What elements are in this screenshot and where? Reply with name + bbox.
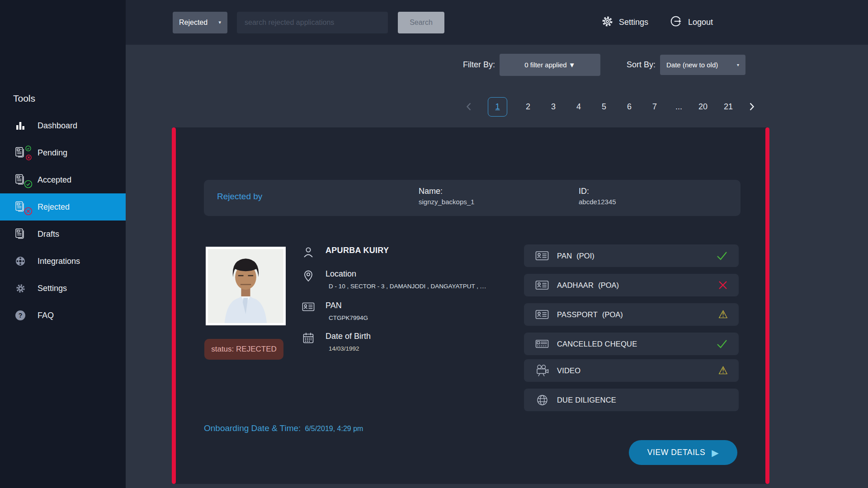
main-content: Filter By: 0 filter applied ▼ Sort By: D… xyxy=(126,45,868,488)
sort-select[interactable]: Date (new to old) ▾ xyxy=(660,55,745,75)
sidebar-item-label: FAQ xyxy=(38,311,54,320)
settings-label: Settings xyxy=(619,18,648,27)
category-select[interactable]: Rejected ▾ xyxy=(173,12,227,33)
next-page-icon[interactable] xyxy=(749,102,755,111)
page-button-5[interactable]: 5 xyxy=(599,102,609,112)
sort-by-label: Sort By: xyxy=(627,60,656,70)
applicant-name-row: APURBA KUIRY xyxy=(302,246,389,258)
location-value: D - 10 , SECTOR - 3 , DAMANJODI , DANGAY… xyxy=(326,283,486,290)
page-button-3[interactable]: 3 xyxy=(549,102,558,112)
id-label: ID: xyxy=(579,187,616,196)
sidebar-item-settings[interactable]: Settings xyxy=(0,275,126,302)
onboarding-datetime: Onboarding Date & Time: 6/5/2019, 4:29 p… xyxy=(204,423,363,433)
dashboard-icon xyxy=(13,120,28,131)
pagination: 1 2 3 4 5 6 7 ... 20 21 xyxy=(466,95,755,118)
sidebar-item-label: Drafts xyxy=(38,230,59,239)
document-tag: (POA) xyxy=(598,281,619,290)
sidebar-item-accepted[interactable]: Accepted xyxy=(0,166,126,193)
document-tag: (POI) xyxy=(576,252,594,260)
dob-label: Date of Birth xyxy=(326,332,371,341)
document-name: VIDEO xyxy=(557,366,580,375)
status-rejected-icon xyxy=(718,280,728,290)
sidebar-item-label: Integrations xyxy=(38,257,80,266)
dob-row: Date of Birth 14/03/1992 xyxy=(302,332,371,352)
logout-icon xyxy=(670,15,683,30)
sidebar: Tools Dashboard Pending xyxy=(0,0,126,488)
pan-label: PAN xyxy=(326,301,368,310)
cheque-icon xyxy=(535,339,549,349)
applicant-photo xyxy=(206,247,286,325)
topbar: Rejected ▾ Search Settings Logout xyxy=(126,0,868,45)
name-value: signzy_backops_1 xyxy=(419,198,474,206)
page-button-7[interactable]: 7 xyxy=(650,102,659,112)
id-card-icon xyxy=(535,280,549,291)
sidebar-item-label: Dashboard xyxy=(38,121,77,131)
page-button-4[interactable]: 4 xyxy=(574,102,583,112)
page-button-2[interactable]: 2 xyxy=(524,102,533,112)
filter-applied-button[interactable]: 0 filter applied ▼ xyxy=(500,54,600,76)
sort-by-group: Sort By: Date (new to old) ▾ xyxy=(627,55,745,75)
search-button[interactable]: Search xyxy=(398,12,444,33)
view-details-button[interactable]: VIEW DETAILS ▶ xyxy=(629,440,737,465)
pan-value: CTGPK7994G xyxy=(326,314,368,321)
globe-icon xyxy=(535,394,549,406)
app-root: Tools Dashboard Pending xyxy=(0,0,868,488)
drafts-icon xyxy=(13,228,28,240)
question-icon: ? xyxy=(13,310,28,320)
video-camera-icon xyxy=(535,364,549,377)
document-row-passport[interactable]: PASSPORT (POA) ⚠ xyxy=(524,303,739,326)
sidebar-item-drafts[interactable]: Drafts xyxy=(0,221,126,248)
pan-row: PAN CTGPK7994G xyxy=(302,301,368,321)
document-row-pan[interactable]: PAN (POI) xyxy=(524,244,739,267)
rejected-by-name-field: Name: signzy_backops_1 xyxy=(419,187,474,206)
rejected-docs-icon xyxy=(13,201,28,213)
sidebar-nav: Dashboard Pending xyxy=(0,112,126,329)
application-card: Rejected by Name: signzy_backops_1 ID: a… xyxy=(172,127,769,484)
integrations-icon xyxy=(13,256,28,267)
accepted-docs-icon xyxy=(13,174,28,186)
document-row-due-diligence[interactable]: DUE DILIGENCE xyxy=(524,389,739,411)
status-warning-icon: ⚠ xyxy=(718,365,728,376)
sidebar-item-integrations[interactable]: Integrations xyxy=(0,248,126,275)
rejected-by-label: Rejected by xyxy=(217,192,262,202)
sidebar-item-faq[interactable]: ? FAQ xyxy=(0,302,126,329)
dob-value: 14/03/1992 xyxy=(326,345,371,352)
sidebar-item-dashboard[interactable]: Dashboard xyxy=(0,112,126,139)
page-button-1[interactable]: 1 xyxy=(488,97,507,117)
applicant-name: APURBA KUIRY xyxy=(326,246,389,255)
person-icon xyxy=(302,246,315,258)
location-pin-icon xyxy=(302,269,315,290)
sidebar-item-pending[interactable]: Pending xyxy=(0,139,126,166)
document-name: PAN xyxy=(557,252,572,260)
document-row-cancelled-cheque[interactable]: CANCELLED CHEQUE xyxy=(524,333,739,355)
page-ellipsis: ... xyxy=(675,102,682,112)
document-row-aadhaar[interactable]: AADHAAR (POA) xyxy=(524,274,739,296)
status-badge: status: REJECTED xyxy=(204,339,283,360)
document-tag: (POA) xyxy=(602,310,623,319)
sidebar-item-label: Pending xyxy=(38,148,67,158)
gear-icon xyxy=(601,15,613,30)
page-button-21[interactable]: 21 xyxy=(724,102,733,112)
sidebar-section-title: Tools xyxy=(13,93,35,104)
location-row: Location D - 10 , SECTOR - 3 , DAMANJODI… xyxy=(302,269,486,290)
document-name: PASSPORT xyxy=(557,310,598,319)
name-label: Name: xyxy=(419,187,474,196)
logout-action[interactable]: Logout xyxy=(670,15,713,30)
sort-select-value: Date (new to old) xyxy=(666,61,718,69)
filter-by-group: Filter By: 0 filter applied ▼ xyxy=(463,54,600,76)
status-warning-icon: ⚠ xyxy=(718,309,728,320)
location-expand[interactable]: ... xyxy=(480,283,486,290)
page-button-6[interactable]: 6 xyxy=(625,102,634,112)
onboarding-value: 6/5/2019, 4:29 pm xyxy=(305,425,363,433)
location-label: Location xyxy=(326,269,486,279)
settings-action[interactable]: Settings xyxy=(601,15,648,30)
search-input[interactable] xyxy=(237,12,388,33)
id-value: abcde12345 xyxy=(579,198,616,206)
page-button-20[interactable]: 20 xyxy=(698,102,708,112)
document-row-video[interactable]: VIDEO ⚠ xyxy=(524,359,739,382)
category-select-value: Rejected xyxy=(179,19,208,27)
logout-label: Logout xyxy=(688,18,713,27)
sidebar-item-rejected[interactable]: Rejected xyxy=(0,193,126,221)
prev-page-icon[interactable] xyxy=(466,102,472,111)
id-card-icon xyxy=(535,250,549,261)
